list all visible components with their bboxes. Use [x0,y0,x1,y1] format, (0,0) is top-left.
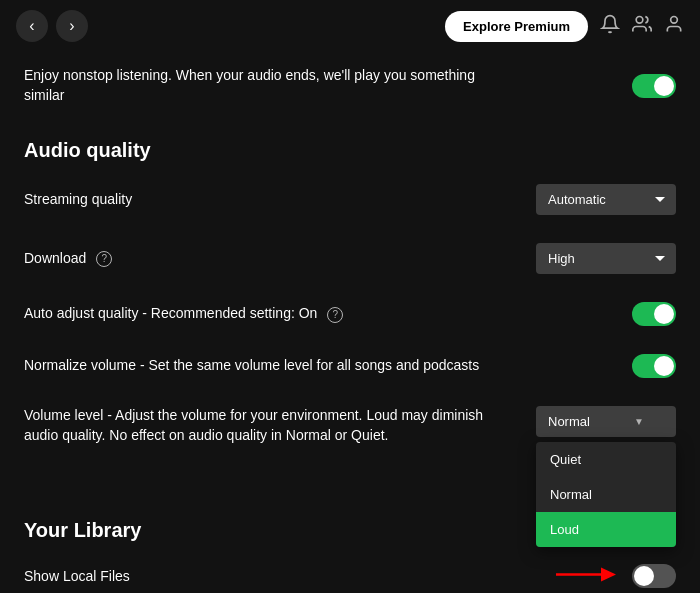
auto-adjust-toggle[interactable] [632,302,676,326]
topbar-right: Explore Premium [445,11,684,42]
streaming-quality-label: Streaming quality [24,190,504,210]
download-select[interactable]: Low Normal High Very High [536,243,676,274]
normalize-volume-label: Normalize volume - Set the same volume l… [24,356,504,376]
settings-content: Enjoy nonstop listening. When your audio… [0,52,700,593]
volume-level-row: Volume level - Adjust the volume for you… [24,392,676,459]
red-arrow-indicator [556,560,616,593]
svg-point-1 [671,16,678,23]
friends-icon[interactable] [632,14,652,39]
download-label: Download ? [24,249,504,269]
volume-level-value: Normal [548,414,590,429]
normalize-volume-row: Normalize volume - Set the same volume l… [24,340,676,392]
autoplay-toggle[interactable] [632,74,676,98]
auto-adjust-row: Auto adjust quality - Recommended settin… [24,288,676,340]
nav-back-button[interactable]: ‹ [16,10,48,42]
volume-level-select[interactable]: Normal ▼ [536,406,676,437]
show-local-files-toggle[interactable] [632,564,676,588]
auto-adjust-info-icon[interactable]: ? [327,307,343,323]
show-local-files-label: Show Local Files [24,567,504,587]
volume-option-loud[interactable]: Loud [536,512,676,547]
nav-buttons: ‹ › [16,10,88,42]
nav-forward-button[interactable]: › [56,10,88,42]
svg-marker-3 [601,568,616,582]
streaming-quality-row: Streaming quality Automatic Low Normal H… [24,170,676,229]
audio-quality-header: Audio quality [24,119,676,170]
explore-premium-button[interactable]: Explore Premium [445,11,588,42]
volume-option-quiet[interactable]: Quiet [536,442,676,477]
volume-level-dropdown-wrapper: Normal ▼ Quiet Normal Loud [536,406,676,437]
volume-level-label: Volume level - Adjust the volume for you… [24,406,504,445]
autoplay-row: Enjoy nonstop listening. When your audio… [24,52,676,119]
chevron-down-icon: ▼ [634,416,644,427]
download-row: Download ? Low Normal High Very High [24,229,676,288]
profile-icon[interactable] [664,14,684,39]
volume-option-normal[interactable]: Normal [536,477,676,512]
svg-point-0 [636,16,643,23]
auto-adjust-label: Auto adjust quality - Recommended settin… [24,304,504,324]
download-info-icon[interactable]: ? [96,251,112,267]
streaming-quality-select[interactable]: Automatic Low Normal High Very High [536,184,676,215]
show-local-files-row: Show Local Files [24,550,676,593]
volume-level-dropdown-menu: Quiet Normal Loud [536,442,676,547]
autoplay-label: Enjoy nonstop listening. When your audio… [24,66,504,105]
notification-icon[interactable] [600,14,620,39]
normalize-volume-toggle[interactable] [632,354,676,378]
topbar: ‹ › Explore Premium [0,0,700,52]
